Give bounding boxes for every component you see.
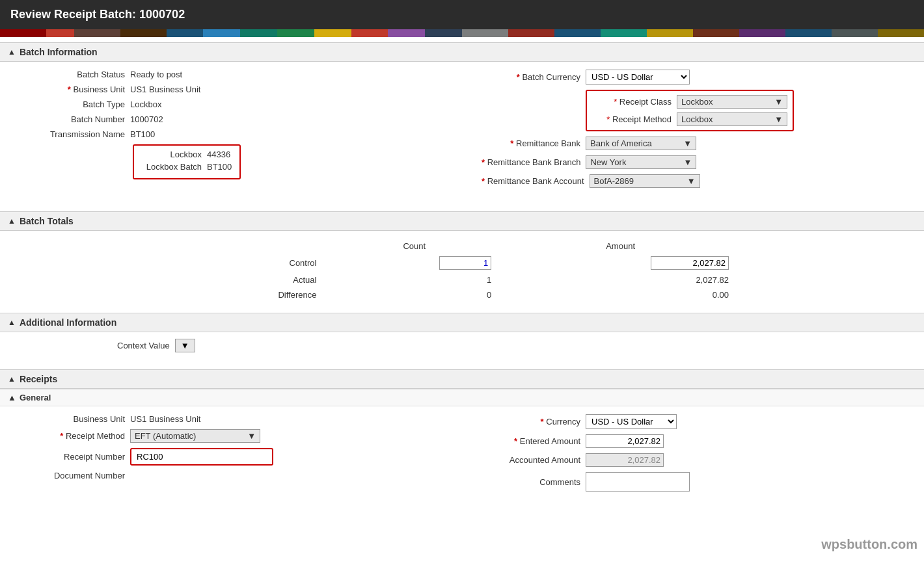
lockbox-label: Lockbox [142, 150, 207, 159]
batch-totals-header: ▲ Batch Totals [0, 211, 924, 231]
lockbox-highlighted-row: Lockbox 44336 Lockbox Batch BT100 [26, 144, 469, 179]
comments-row: Comments [482, 472, 924, 492]
context-value-row: Context Value ▼ [117, 339, 911, 352]
receipt-number-box [130, 448, 273, 466]
receipt-method-row: Receipt Method Lockbox ▼ [592, 112, 787, 126]
context-value-label: Context Value [117, 341, 170, 350]
entered-amount-label: Entered Amount [482, 436, 586, 446]
batch-number-value: 1000702 [130, 114, 163, 124]
currency-row: Currency USD - US Dollar [482, 414, 924, 429]
lockbox-row: Lockbox 44336 [142, 150, 232, 159]
batch-totals-table: Count Amount Control Actual 1 [185, 239, 739, 302]
remittance-bank-branch-dropdown[interactable]: New York ▼ [586, 155, 696, 169]
receipt-number-row: Receipt Number [26, 448, 469, 466]
general-collapse-arrow[interactable]: ▲ [8, 393, 16, 402]
batch-status-label: Batch Status [26, 70, 130, 79]
receipt-class-method-box: Receipt Class Lockbox ▼ Receipt Method L… [586, 90, 794, 131]
transmission-name-label: Transmission Name [26, 129, 130, 139]
actual-amount: 2,027.82 [502, 272, 739, 287]
receipt-method-value: Lockbox [681, 114, 713, 124]
batch-information-header: ▲ Batch Information [0, 42, 924, 62]
control-row: Control [185, 254, 739, 272]
business-unit-label: Business Unit [26, 85, 130, 94]
remittance-bank-branch-value: New York [590, 157, 626, 167]
lockbox-batch-row: Lockbox Batch BT100 [142, 162, 232, 172]
business-unit-value: US1 Business Unit [130, 85, 200, 94]
additional-info-content: Context Value ▼ [0, 332, 924, 359]
control-amount-input[interactable] [651, 256, 729, 270]
accounted-amount-input [586, 453, 664, 467]
lockbox-batch-label: Lockbox Batch [142, 162, 207, 172]
receipts-receipt-method-dropdown[interactable]: EFT (Automatic) ▼ [130, 429, 260, 443]
business-unit-row: Business Unit US1 Business Unit [26, 85, 469, 94]
receipts-two-col: Business Unit US1 Business Unit Receipt … [0, 406, 924, 505]
batch-type-value: Lockbox [130, 99, 161, 109]
entered-amount-input[interactable] [586, 434, 664, 448]
difference-count: 0 [327, 287, 502, 302]
receipts-receipt-method-arrow-icon: ▼ [247, 431, 256, 441]
remittance-bank-value: Bank of America [590, 138, 652, 148]
count-header: Count [327, 239, 502, 254]
batch-info-left-col: Batch Status Ready to post Business Unit… [0, 70, 469, 193]
batch-totals-section: ▲ Batch Totals Count Amount Control [0, 211, 924, 302]
receipts-right-col: Currency USD - US Dollar Entered Amount … [469, 414, 924, 497]
currency-label: Currency [482, 417, 586, 427]
receipts-business-unit-row: Business Unit US1 Business Unit [26, 414, 469, 424]
document-number-row: Document Number [26, 471, 469, 480]
amount-header: Amount [502, 239, 739, 254]
receipt-method-arrow-icon: ▼ [774, 114, 783, 124]
batch-totals-collapse-arrow[interactable]: ▲ [8, 217, 16, 226]
control-count-input[interactable] [439, 256, 491, 270]
actual-count: 1 [327, 272, 502, 287]
receipt-class-row: Receipt Class Lockbox ▼ [592, 95, 787, 109]
batch-number-label: Batch Number [26, 114, 130, 124]
entered-amount-row: Entered Amount [482, 434, 924, 448]
receipts-business-unit-label: Business Unit [26, 414, 130, 424]
page-title: Review Receipt Batch: 1000702 [0, 0, 924, 29]
additional-info-collapse-arrow[interactable]: ▲ [8, 318, 16, 327]
remittance-bank-account-dropdown[interactable]: BofA-2869 ▼ [590, 174, 700, 188]
remittance-bank-account-row: Remittance Bank Account BofA-2869 ▼ [482, 174, 924, 188]
transmission-name-row: Transmission Name BT100 [26, 129, 469, 139]
batch-type-row: Batch Type Lockbox [26, 99, 469, 109]
accounted-amount-row: Accounted Amount [482, 453, 924, 467]
batch-information-section: ▲ Batch Information Batch Status Ready t… [0, 42, 924, 201]
receipts-receipt-method-row: Receipt Method EFT (Automatic) ▼ [26, 429, 469, 443]
general-label: General [20, 393, 51, 402]
receipts-section: ▲ Receipts ▲ General Business Unit US1 B… [0, 369, 924, 505]
batch-status-value: Ready to post [130, 70, 182, 79]
remittance-bank-account-arrow-icon: ▼ [687, 176, 696, 186]
lockbox-box: Lockbox 44336 Lockbox Batch BT100 [133, 144, 241, 179]
remittance-bank-dropdown[interactable]: Bank of America ▼ [586, 137, 696, 150]
receipt-class-label: Receipt Class [592, 97, 677, 107]
receipt-number-input[interactable] [137, 452, 267, 462]
receipts-header: ▲ Receipts [0, 369, 924, 389]
receipt-class-dropdown[interactable]: Lockbox ▼ [677, 95, 787, 109]
additional-information-header: ▲ Additional Information [0, 313, 924, 332]
remittance-bank-row: Remittance Bank Bank of America ▼ [482, 137, 924, 150]
title-text: Review Receipt Batch: 1000702 [10, 8, 185, 21]
receipts-left-col: Business Unit US1 Business Unit Receipt … [0, 414, 469, 497]
control-amount-cell [502, 254, 739, 272]
decorative-banner [0, 29, 924, 37]
receipts-collapse-arrow[interactable]: ▲ [8, 374, 16, 384]
difference-label: Difference [185, 287, 327, 302]
remittance-bank-branch-row: Remittance Bank Branch New York ▼ [482, 155, 924, 169]
additional-information-section: ▲ Additional Information Context Value ▼ [0, 313, 924, 359]
batch-status-row: Batch Status Ready to post [26, 70, 469, 79]
batch-currency-select[interactable]: USD - US Dollar [586, 70, 690, 85]
batch-currency-row: Batch Currency USD - US Dollar [482, 70, 924, 85]
context-value-arrow-icon: ▼ [181, 341, 189, 350]
receipt-method-dropdown[interactable]: Lockbox ▼ [677, 112, 787, 126]
actual-row: Actual 1 2,027.82 [185, 272, 739, 287]
batch-info-collapse-arrow[interactable]: ▲ [8, 47, 16, 57]
batch-info-right-col: Batch Currency USD - US Dollar Receipt C… [469, 70, 924, 193]
remittance-bank-account-label: Remittance Bank Account [482, 176, 590, 186]
lockbox-batch-value: BT100 [207, 162, 232, 172]
difference-row: Difference 0 0.00 [185, 287, 739, 302]
batch-type-label: Batch Type [26, 99, 130, 109]
receipt-number-label: Receipt Number [26, 452, 130, 462]
context-value-dropdown-btn[interactable]: ▼ [175, 339, 195, 352]
currency-select[interactable]: USD - US Dollar [586, 414, 677, 429]
comments-textarea[interactable] [586, 472, 690, 492]
